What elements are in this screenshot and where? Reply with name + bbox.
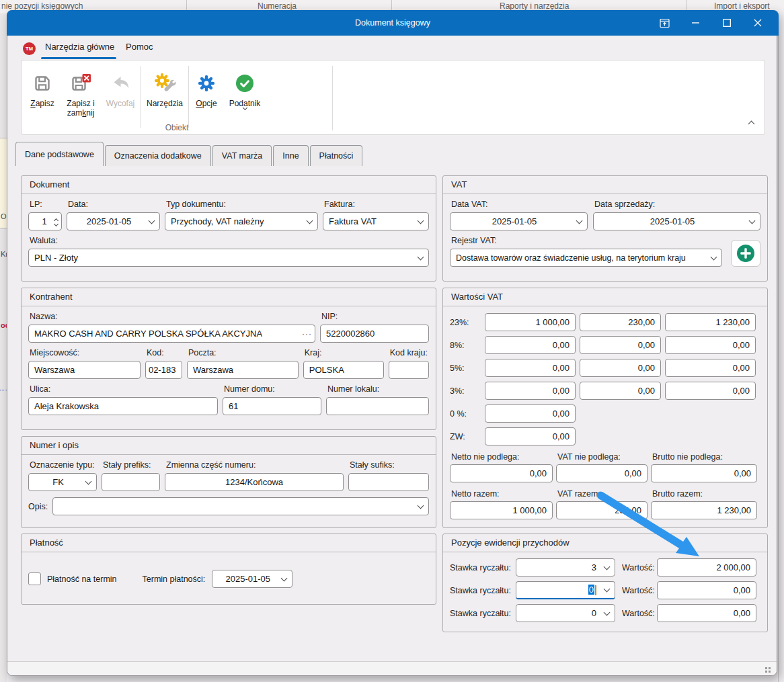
numer-domu-field[interactable] bbox=[223, 397, 321, 415]
tab-platnosci[interactable]: Płatności bbox=[310, 145, 363, 166]
chevron-down-icon bbox=[604, 586, 611, 593]
chevron-down-icon bbox=[418, 253, 424, 260]
vat-8-vat-field[interactable] bbox=[580, 336, 661, 354]
save-and-close-button[interactable]: Zapisz i zamknij bbox=[61, 60, 100, 118]
close-button[interactable] bbox=[742, 10, 773, 36]
vat-3-netto-field[interactable] bbox=[485, 382, 576, 400]
rejestr-vat-label: Rejestr VAT: bbox=[451, 236, 760, 245]
taxpayer-button[interactable]: Podatnik bbox=[224, 60, 266, 110]
stawka-ryczaltu-label: Stawka ryczałtu: bbox=[450, 586, 516, 595]
pin-window-icon bbox=[660, 18, 670, 28]
group-vat: VAT Data VAT: 2025-01-05 Data sprzedaży:… bbox=[442, 175, 768, 282]
data-sprzedazy-label: Data sprzedaży: bbox=[594, 200, 760, 209]
minimize-button[interactable] bbox=[680, 10, 711, 36]
staly-prefiks-field[interactable] bbox=[102, 473, 160, 491]
add-icon bbox=[736, 243, 756, 263]
termin-platnosci-label: Termin płatności: bbox=[143, 574, 206, 584]
title-bar[interactable]: Dokument księgowy bbox=[7, 10, 779, 36]
data-vat-select[interactable]: 2025-01-05 bbox=[450, 212, 588, 230]
vat-row-3: 3%: bbox=[450, 382, 760, 400]
stawka-ryczaltu-select-3[interactable]: 0 bbox=[516, 604, 615, 622]
stawka-ryczaltu-select-2[interactable]: 0 bbox=[516, 581, 615, 599]
bg-tab-import[interactable]: Import i eksport bbox=[714, 1, 770, 11]
ribbon-tab-pomoc[interactable]: Pomoc bbox=[126, 42, 153, 52]
vat-5-vat-field[interactable] bbox=[580, 359, 661, 377]
ulica-field[interactable] bbox=[28, 397, 218, 415]
numer-lokalu-field[interactable] bbox=[326, 397, 429, 415]
vat-nie-podlega-field[interactable] bbox=[556, 464, 648, 482]
vat-5-brutto-field[interactable] bbox=[665, 359, 756, 377]
rejestr-vat-select[interactable]: Dostawa towarów oraz świadczenie usług, … bbox=[450, 249, 722, 267]
chevron-down-icon bbox=[149, 217, 155, 224]
poczta-field[interactable] bbox=[187, 361, 299, 379]
stawka-ryczaltu-label: Stawka ryczałtu: bbox=[450, 563, 516, 572]
oznaczenie-typu-select[interactable]: FK bbox=[28, 473, 97, 491]
waluta-select[interactable]: PLN - Złoty bbox=[28, 249, 429, 267]
group-dokument: Dokument LP: 1 Data: 2025-01-05 Typ doku… bbox=[21, 175, 436, 282]
vat-23-vat-field[interactable] bbox=[580, 313, 661, 331]
vat-3-brutto-field[interactable] bbox=[665, 382, 756, 400]
vat-8-brutto-field[interactable] bbox=[665, 336, 756, 354]
netto-razem-field[interactable] bbox=[450, 501, 553, 519]
opis-select[interactable] bbox=[52, 497, 429, 515]
add-vat-register-button[interactable] bbox=[731, 240, 760, 267]
vat-23-netto-field[interactable] bbox=[485, 313, 576, 331]
tab-inne[interactable]: Inne bbox=[273, 145, 308, 166]
maximize-button[interactable] bbox=[711, 10, 742, 36]
vat-razem-label: VAT razem: bbox=[557, 489, 648, 499]
termin-platnosci-select[interactable]: 2025-01-05 bbox=[212, 570, 292, 588]
miejscowosc-field[interactable] bbox=[28, 361, 141, 379]
tab-oznaczenia-dodatkowe[interactable]: Oznaczenia dodatkowe bbox=[105, 145, 211, 166]
bg-tab-raporty[interactable]: Raporty i narzędzia bbox=[500, 1, 569, 11]
data-sprzedazy-select[interactable]: 2025-01-05 bbox=[593, 212, 760, 230]
app-logo[interactable]: TM bbox=[23, 42, 36, 55]
undo-button: Wycofaj bbox=[100, 60, 141, 108]
pin-window-button[interactable] bbox=[650, 10, 680, 36]
data-select[interactable]: 2025-01-05 bbox=[67, 212, 160, 230]
kraj-field[interactable] bbox=[303, 361, 384, 379]
group-title: Wartości VAT bbox=[443, 288, 767, 306]
ribbon-tab-narzedzia-glowne[interactable]: Narzędzia główne bbox=[45, 42, 114, 52]
kod-kraju-label: Kod kraju: bbox=[390, 348, 428, 357]
nazwa-browse-button[interactable]: ··· bbox=[298, 329, 312, 339]
kod-kraju-field[interactable] bbox=[389, 361, 429, 379]
save-button[interactable]: Zapisz bbox=[24, 60, 61, 108]
kod-label: Kod: bbox=[147, 348, 182, 357]
group-title: Kontrahent bbox=[22, 288, 436, 306]
tab-vat-marza[interactable]: VAT marża bbox=[212, 145, 272, 166]
vat-zw-netto-field[interactable] bbox=[485, 427, 576, 445]
faktura-select[interactable]: Faktura VAT bbox=[323, 212, 429, 230]
nazwa-field[interactable]: MAKRO CASH AND CARRY POLSKA SPÓŁKA AKCYJ… bbox=[28, 325, 315, 343]
bg-tab-numeracja[interactable]: Numeracja bbox=[258, 1, 297, 11]
netto-nie-podlega-field[interactable] bbox=[450, 464, 553, 482]
staly-sufiks-field[interactable] bbox=[348, 473, 429, 491]
spinner-down-icon[interactable] bbox=[54, 222, 58, 226]
wartosc-field-2[interactable] bbox=[657, 581, 756, 599]
chevron-down-icon bbox=[85, 478, 92, 484]
options-button[interactable]: Opcje bbox=[189, 60, 224, 108]
vat-rate-label: 8%: bbox=[450, 341, 481, 350]
lp-stepper[interactable]: 1 bbox=[28, 212, 62, 230]
vat-3-vat-field[interactable] bbox=[580, 382, 661, 400]
tab-dane-podstawowe[interactable]: Dane podstawowe bbox=[15, 142, 104, 166]
vat-23-brutto-field[interactable] bbox=[665, 313, 756, 331]
nip-field[interactable] bbox=[320, 325, 429, 343]
stawka-ryczaltu-select-1[interactable]: 3 bbox=[516, 558, 615, 577]
zmienna-czesc-field[interactable] bbox=[165, 473, 344, 491]
bg-tab-pozycje[interactable]: nie pozycji księgowych bbox=[1, 1, 83, 11]
brutto-nie-podlega-field[interactable] bbox=[651, 464, 757, 482]
vat-8-netto-field[interactable] bbox=[485, 336, 576, 354]
platnosc-na-termin-checkbox[interactable] bbox=[28, 572, 41, 585]
kod-field[interactable] bbox=[145, 361, 182, 379]
typ-dokumentu-select[interactable]: Przychody, VAT należny bbox=[165, 212, 318, 230]
brutto-razem-field[interactable] bbox=[651, 501, 757, 519]
vat-5-netto-field[interactable] bbox=[485, 359, 576, 377]
vat-0-netto-field[interactable] bbox=[485, 404, 576, 423]
tools-button[interactable]: Narzędzia bbox=[141, 60, 188, 108]
wartosc-field-3[interactable] bbox=[657, 604, 756, 622]
vat-razem-field[interactable] bbox=[556, 501, 648, 519]
chevron-down-icon bbox=[418, 217, 424, 224]
wartosc-field-1[interactable] bbox=[657, 558, 756, 577]
collapse-ribbon-icon[interactable] bbox=[748, 121, 755, 128]
resize-grip-icon[interactable] bbox=[765, 667, 771, 673]
